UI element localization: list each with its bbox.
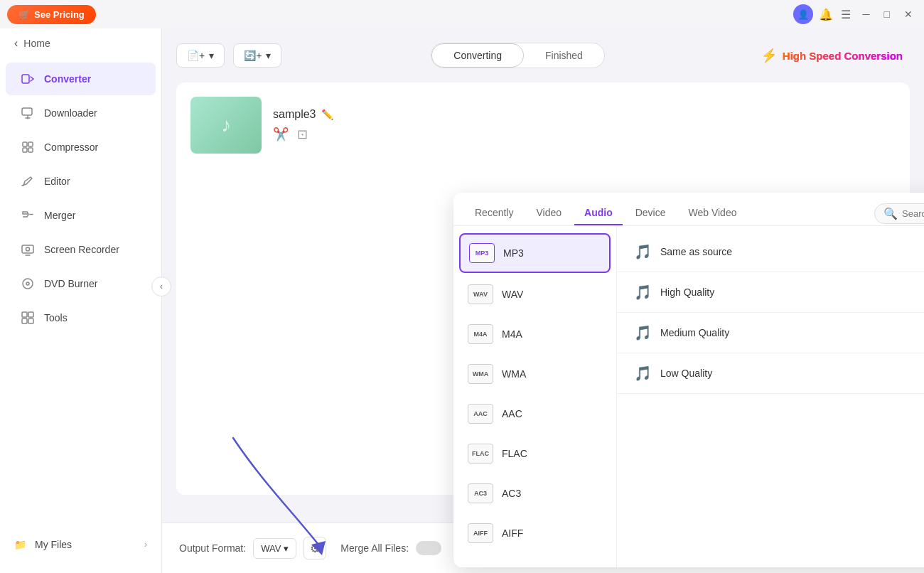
converter-label: Converter (44, 73, 91, 85)
format-tabs: Recently Video Audio Device Web Video 🔍 (453, 193, 924, 226)
format-item-aiff[interactable]: AIFF AIFF (453, 513, 616, 553)
quality-music-icon-2: 🎵 (634, 284, 652, 301)
editor-label: Editor (44, 176, 70, 187)
myfiles-arrow: › (144, 540, 147, 550)
quality-item-medium[interactable]: 🎵 Medium Quality 256 kbps (617, 313, 924, 353)
sidebar: ‹ Home Converter Downloader Compressor E… (0, 0, 162, 573)
format-popup: Recently Video Audio Device Web Video 🔍 … (453, 193, 924, 567)
format-item-flac[interactable]: FLAC FLAC (453, 434, 616, 473)
format-label-aac: AAC (502, 408, 522, 419)
quality-item-same-as-source[interactable]: 🎵 Same as source Auto (617, 232, 924, 272)
wav-icon: WAV (468, 284, 493, 304)
see-pricing-label: See Pricing (34, 9, 85, 20)
svg-point-8 (23, 279, 33, 289)
quality-music-icon-3: 🎵 (634, 324, 652, 341)
format-label-mp3: MP3 (503, 247, 524, 259)
svg-rect-1 (22, 108, 32, 115)
quality-music-icon-1: 🎵 (634, 243, 652, 260)
add-file-button[interactable]: 📄+ ▾ (176, 43, 225, 68)
sidebar-item-tools[interactable]: Tools (6, 301, 156, 334)
notification-icon[interactable]: 🔔 (819, 7, 833, 21)
maximize-button[interactable]: □ (880, 7, 894, 21)
m4a-icon: M4A (468, 324, 493, 344)
sidebar-item-converter[interactable]: Converter (6, 63, 156, 95)
sidebar-item-merger[interactable]: Merger (6, 199, 156, 232)
svg-point-7 (26, 247, 30, 251)
add-folder-icon: 🔄+ (244, 50, 262, 61)
add-folder-button[interactable]: 🔄+ ▾ (233, 43, 281, 68)
aac-icon: AAC (468, 404, 493, 424)
svg-rect-6 (22, 245, 33, 253)
format-label-wma: WMA (502, 368, 526, 380)
format-label-flac: FLAC (502, 448, 527, 459)
sidebar-myfiles[interactable]: 📁 My Files › (0, 530, 161, 559)
myfiles-icon: 📁 (14, 539, 26, 550)
format-search-input[interactable] (902, 208, 924, 219)
minimize-button[interactable]: ─ (859, 7, 874, 21)
sidebar-collapse-button[interactable]: ‹ (151, 277, 171, 296)
format-settings-button[interactable]: ⚙ (303, 537, 326, 559)
screen-recorder-label: Screen Recorder (44, 244, 119, 255)
home-label: Home (23, 38, 50, 49)
quality-label-high: High Quality (660, 286, 924, 298)
sidebar-item-dvd-burner[interactable]: DVD Burner (6, 267, 156, 300)
tab-video[interactable]: Video (526, 201, 571, 225)
tab-audio[interactable]: Audio (574, 201, 623, 225)
mp3-icon: MP3 (469, 243, 495, 263)
format-body: MP3 MP3 WAV WAV M4A M4A WMA WMA (453, 226, 924, 567)
crop-icon[interactable]: ⊡ (297, 127, 308, 142)
cut-icon[interactable]: ✂️ (273, 127, 289, 142)
format-item-wav[interactable]: WAV WAV (453, 274, 616, 314)
tab-web-video[interactable]: Web Video (678, 201, 746, 225)
tab-converting[interactable]: Converting (431, 43, 524, 68)
format-item-aac[interactable]: AAC AAC (453, 394, 616, 434)
sidebar-item-compressor[interactable]: Compressor (6, 131, 156, 164)
quality-label-same: Same as source (660, 246, 924, 257)
compressor-icon (20, 139, 36, 155)
tab-device[interactable]: Device (625, 201, 676, 225)
file-name: sample3 (273, 108, 316, 121)
close-button[interactable]: ✕ (900, 7, 917, 21)
format-label-wav: WAV (502, 289, 523, 300)
tab-recently[interactable]: Recently (465, 201, 523, 225)
svg-rect-5 (28, 148, 33, 152)
format-label-m4a: M4A (502, 328, 522, 340)
format-item-ac3[interactable]: AC3 AC3 (453, 473, 616, 513)
quality-item-high[interactable]: 🎵 High Quality 320 kbps (617, 272, 924, 313)
sidebar-item-editor[interactable]: Editor (6, 165, 156, 198)
cart-icon: 🛒 (18, 9, 30, 20)
sidebar-item-screen-recorder[interactable]: Screen Recorder (6, 233, 156, 266)
merge-toggle[interactable] (416, 541, 441, 555)
bolt-icon: ⚡ (761, 48, 777, 63)
downloader-label: Downloader (44, 107, 97, 119)
svg-rect-11 (28, 312, 33, 317)
high-speed-button[interactable]: ⚡ High Speed Conversion (754, 48, 910, 63)
dvd-burner-label: DVD Burner (44, 278, 97, 289)
merger-label: Merger (44, 210, 75, 221)
svg-rect-13 (28, 318, 33, 323)
quality-music-icon-4: 🎵 (634, 365, 652, 382)
flac-icon: FLAC (468, 444, 493, 464)
edit-filename-icon[interactable]: ✏️ (321, 109, 333, 120)
format-item-wma[interactable]: WMA WMA (453, 354, 616, 394)
svg-rect-4 (23, 148, 27, 152)
svg-rect-10 (22, 312, 27, 317)
format-item-mp3[interactable]: MP3 MP3 (459, 233, 611, 273)
output-format-select[interactable]: WAV ▾ (253, 538, 296, 559)
add-folder-label: ▾ (266, 50, 271, 61)
file-item: ♪ sample3 ✏️ ✂️ ⊡ (190, 97, 896, 154)
downloader-icon (20, 105, 36, 121)
format-item-m4a[interactable]: M4A M4A (453, 314, 616, 354)
format-list: MP3 MP3 WAV WAV M4A M4A WMA WMA (453, 226, 617, 567)
quality-item-low[interactable]: 🎵 Low Quality 128 kbps (617, 353, 924, 394)
see-pricing-button[interactable]: 🛒 See Pricing (7, 5, 96, 24)
wma-icon: WMA (468, 364, 493, 384)
compressor-label: Compressor (44, 141, 98, 153)
quality-label-medium: Medium Quality (660, 327, 924, 338)
merger-icon (20, 208, 36, 223)
tab-finished[interactable]: Finished (524, 43, 604, 68)
user-avatar[interactable]: 👤 (793, 4, 813, 24)
converter-icon (20, 71, 36, 87)
sidebar-item-downloader[interactable]: Downloader (6, 97, 156, 129)
hamburger-icon[interactable]: ☰ (839, 7, 853, 21)
